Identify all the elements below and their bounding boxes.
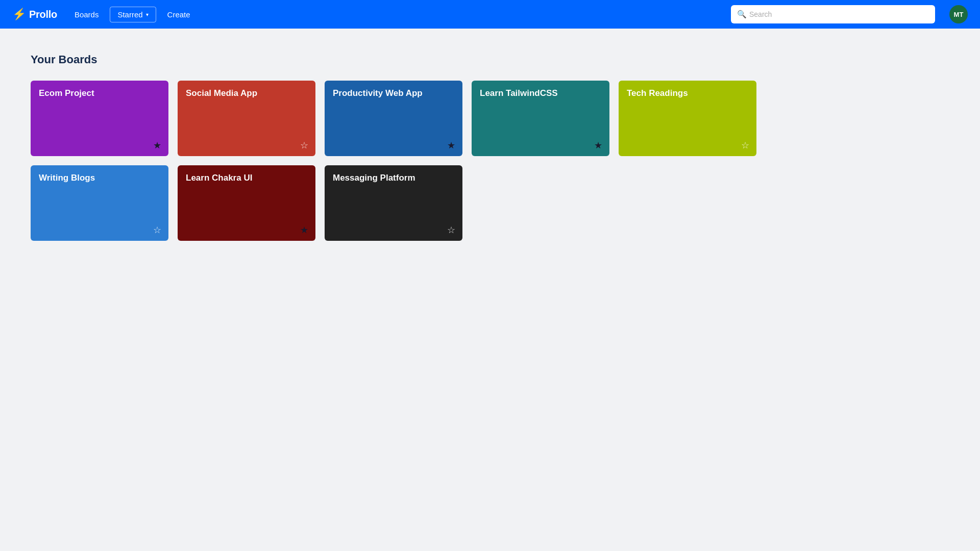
create-nav-button[interactable]: Create bbox=[160, 7, 198, 22]
board-title-social-media-app: Social Media App bbox=[186, 88, 307, 99]
boards-nav-button[interactable]: Boards bbox=[67, 7, 106, 22]
board-star-learn-chakra-ui[interactable]: ★ bbox=[299, 224, 309, 236]
board-star-writing-blogs[interactable]: ☆ bbox=[152, 224, 162, 236]
board-card-learn-chakra-ui[interactable]: Learn Chakra UI★ bbox=[178, 165, 315, 241]
create-nav-label: Create bbox=[167, 10, 190, 19]
logo-icon: ⚡ bbox=[12, 9, 26, 20]
starred-nav-button[interactable]: Starred ▾ bbox=[110, 7, 156, 22]
page-title: Your Boards bbox=[31, 53, 949, 66]
board-star-social-media-app[interactable]: ☆ bbox=[299, 140, 309, 151]
chevron-down-icon: ▾ bbox=[146, 12, 149, 17]
board-card-messaging-platform[interactable]: Messaging Platform☆ bbox=[325, 165, 462, 241]
boards-nav-label: Boards bbox=[75, 10, 99, 19]
board-card-social-media-app[interactable]: Social Media App☆ bbox=[178, 81, 315, 156]
board-title-learn-tailwindcss: Learn TailwindCSS bbox=[480, 88, 601, 99]
logo-text: Prollo bbox=[29, 9, 57, 20]
board-title-tech-readings: Tech Readings bbox=[627, 88, 748, 99]
main-content: Your Boards Ecom Project★Social Media Ap… bbox=[0, 29, 980, 261]
avatar[interactable]: MT bbox=[949, 5, 968, 23]
board-card-tech-readings[interactable]: Tech Readings☆ bbox=[619, 81, 756, 156]
board-star-tech-readings[interactable]: ☆ bbox=[740, 140, 750, 151]
board-star-messaging-platform[interactable]: ☆ bbox=[446, 224, 456, 236]
logo[interactable]: ⚡ Prollo bbox=[12, 9, 57, 20]
board-title-messaging-platform: Messaging Platform bbox=[333, 172, 454, 184]
board-star-learn-tailwindcss[interactable]: ★ bbox=[593, 140, 603, 151]
board-card-learn-tailwindcss[interactable]: Learn TailwindCSS★ bbox=[472, 81, 609, 156]
board-title-writing-blogs: Writing Blogs bbox=[39, 172, 160, 184]
search-bar: 🔍 bbox=[731, 5, 935, 23]
board-card-productivity-web-app[interactable]: Productivity Web App★ bbox=[325, 81, 462, 156]
boards-grid: Ecom Project★Social Media App☆Productivi… bbox=[31, 81, 949, 241]
search-input[interactable] bbox=[731, 5, 935, 23]
board-card-writing-blogs[interactable]: Writing Blogs☆ bbox=[31, 165, 168, 241]
board-title-ecom-project: Ecom Project bbox=[39, 88, 160, 99]
starred-nav-label: Starred bbox=[117, 10, 142, 19]
board-star-productivity-web-app[interactable]: ★ bbox=[446, 140, 456, 151]
board-card-ecom-project[interactable]: Ecom Project★ bbox=[31, 81, 168, 156]
board-star-ecom-project[interactable]: ★ bbox=[152, 140, 162, 151]
board-title-productivity-web-app: Productivity Web App bbox=[333, 88, 454, 99]
navbar: ⚡ Prollo Boards Starred ▾ Create 🔍 MT bbox=[0, 0, 980, 29]
board-title-learn-chakra-ui: Learn Chakra UI bbox=[186, 172, 307, 184]
